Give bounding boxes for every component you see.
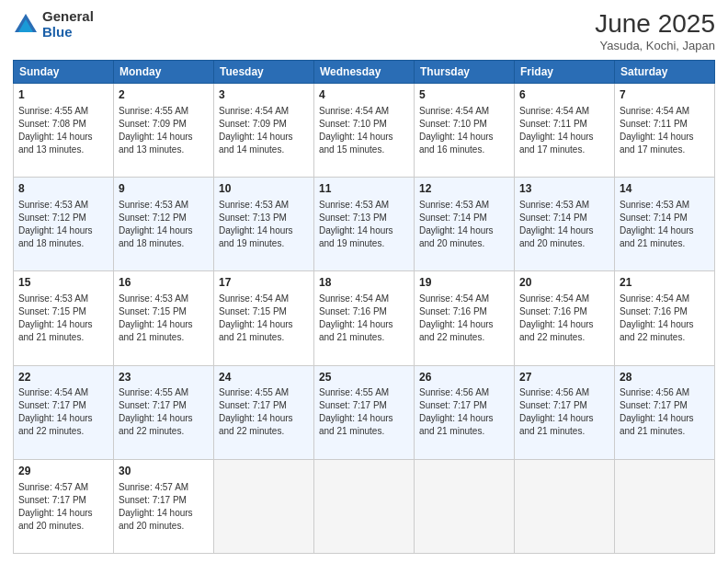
day-number: 5	[419, 87, 509, 103]
day-number: 6	[519, 87, 609, 103]
day-info: Sunrise: 4:54 AM Sunset: 7:16 PM Dayligh…	[319, 293, 409, 344]
day-info: Sunrise: 4:56 AM Sunset: 7:17 PM Dayligh…	[519, 386, 609, 438]
calendar-cell: 4Sunrise: 4:54 AM Sunset: 7:10 PM Daylig…	[314, 84, 415, 178]
calendar-header-friday: Friday	[515, 61, 615, 84]
day-number: 25	[319, 370, 409, 385]
day-number: 16	[119, 275, 209, 291]
title-block: June 2025 Yasuda, Kochi, Japan	[595, 9, 715, 52]
month-title: June 2025	[595, 9, 715, 39]
day-number: 3	[219, 87, 309, 103]
calendar-cell: 26Sunrise: 4:56 AM Sunset: 7:17 PM Dayli…	[415, 365, 515, 459]
calendar-cell: 5Sunrise: 4:54 AM Sunset: 7:10 PM Daylig…	[415, 84, 515, 178]
calendar-cell	[314, 459, 415, 553]
day-info: Sunrise: 4:54 AM Sunset: 7:16 PM Dayligh…	[419, 293, 509, 344]
day-info: Sunrise: 4:55 AM Sunset: 7:09 PM Dayligh…	[119, 105, 209, 156]
day-number: 10	[219, 181, 309, 197]
calendar-cell: 3Sunrise: 4:54 AM Sunset: 7:09 PM Daylig…	[214, 84, 314, 178]
calendar-row-2: 8Sunrise: 4:53 AM Sunset: 7:12 PM Daylig…	[14, 178, 715, 271]
day-number: 13	[519, 181, 609, 197]
day-number: 14	[620, 181, 710, 197]
day-number: 27	[519, 370, 609, 385]
calendar-cell: 14Sunrise: 4:53 AM Sunset: 7:14 PM Dayli…	[615, 178, 715, 271]
day-info: Sunrise: 4:56 AM Sunset: 7:17 PM Dayligh…	[620, 386, 710, 438]
day-number: 30	[119, 464, 209, 479]
day-info: Sunrise: 4:54 AM Sunset: 7:16 PM Dayligh…	[519, 293, 609, 344]
location: Yasuda, Kochi, Japan	[595, 39, 715, 52]
day-info: Sunrise: 4:55 AM Sunset: 7:08 PM Dayligh…	[18, 105, 108, 156]
day-info: Sunrise: 4:55 AM Sunset: 7:17 PM Dayligh…	[219, 386, 309, 438]
day-number: 21	[620, 275, 710, 291]
day-number: 23	[119, 370, 209, 385]
day-number: 7	[620, 87, 710, 103]
calendar-cell: 25Sunrise: 4:55 AM Sunset: 7:17 PM Dayli…	[314, 365, 415, 459]
day-number: 11	[319, 181, 409, 197]
calendar-cell: 20Sunrise: 4:54 AM Sunset: 7:16 PM Dayli…	[515, 271, 615, 365]
calendar-cell: 10Sunrise: 4:53 AM Sunset: 7:13 PM Dayli…	[214, 178, 314, 271]
calendar-cell: 18Sunrise: 4:54 AM Sunset: 7:16 PM Dayli…	[314, 271, 415, 365]
calendar-cell: 12Sunrise: 4:53 AM Sunset: 7:14 PM Dayli…	[415, 178, 515, 271]
calendar-cell: 16Sunrise: 4:53 AM Sunset: 7:15 PM Dayli…	[114, 271, 214, 365]
calendar-cell: 7Sunrise: 4:54 AM Sunset: 7:11 PM Daylig…	[615, 84, 715, 178]
calendar-cell: 1Sunrise: 4:55 AM Sunset: 7:08 PM Daylig…	[14, 84, 114, 178]
calendar-cell: 6Sunrise: 4:54 AM Sunset: 7:11 PM Daylig…	[515, 84, 615, 178]
day-info: Sunrise: 4:53 AM Sunset: 7:13 PM Dayligh…	[319, 199, 409, 250]
day-info: Sunrise: 4:56 AM Sunset: 7:17 PM Dayligh…	[419, 386, 509, 438]
day-info: Sunrise: 4:54 AM Sunset: 7:10 PM Dayligh…	[319, 105, 409, 156]
day-number: 4	[319, 87, 409, 103]
calendar-cell: 29Sunrise: 4:57 AM Sunset: 7:17 PM Dayli…	[14, 459, 114, 553]
day-info: Sunrise: 4:53 AM Sunset: 7:14 PM Dayligh…	[519, 199, 609, 250]
logo: General Blue	[13, 9, 94, 40]
day-number: 1	[18, 87, 108, 103]
logo-general-text: General	[42, 8, 94, 24]
day-info: Sunrise: 4:53 AM Sunset: 7:12 PM Dayligh…	[119, 199, 209, 250]
day-number: 9	[119, 181, 209, 197]
day-info: Sunrise: 4:53 AM Sunset: 7:12 PM Dayligh…	[18, 199, 108, 250]
day-info: Sunrise: 4:57 AM Sunset: 7:17 PM Dayligh…	[119, 481, 209, 533]
day-number: 15	[18, 275, 108, 291]
day-info: Sunrise: 4:53 AM Sunset: 7:13 PM Dayligh…	[219, 199, 309, 250]
day-info: Sunrise: 4:54 AM Sunset: 7:11 PM Dayligh…	[519, 105, 609, 156]
calendar-table: SundayMondayTuesdayWednesdayThursdayFrid…	[13, 60, 715, 554]
day-info: Sunrise: 4:54 AM Sunset: 7:16 PM Dayligh…	[620, 293, 710, 344]
calendar-row-1: 1Sunrise: 4:55 AM Sunset: 7:08 PM Daylig…	[14, 84, 715, 178]
calendar-header-tuesday: Tuesday	[214, 61, 314, 84]
day-info: Sunrise: 4:53 AM Sunset: 7:14 PM Dayligh…	[620, 199, 710, 250]
day-info: Sunrise: 4:53 AM Sunset: 7:15 PM Dayligh…	[119, 293, 209, 344]
day-info: Sunrise: 4:55 AM Sunset: 7:17 PM Dayligh…	[119, 386, 209, 438]
calendar-header-monday: Monday	[114, 61, 214, 84]
day-number: 19	[419, 275, 509, 291]
calendar-header-sunday: Sunday	[14, 61, 114, 84]
calendar-cell: 8Sunrise: 4:53 AM Sunset: 7:12 PM Daylig…	[14, 178, 114, 271]
calendar-row-5: 29Sunrise: 4:57 AM Sunset: 7:17 PM Dayli…	[14, 459, 715, 553]
day-number: 18	[319, 275, 409, 291]
logo-icon	[13, 12, 39, 38]
page: General Blue June 2025 Yasuda, Kochi, Ja…	[0, 0, 728, 563]
day-number: 12	[419, 181, 509, 197]
calendar-cell: 27Sunrise: 4:56 AM Sunset: 7:17 PM Dayli…	[515, 365, 615, 459]
day-info: Sunrise: 4:54 AM Sunset: 7:15 PM Dayligh…	[219, 293, 309, 344]
day-info: Sunrise: 4:57 AM Sunset: 7:17 PM Dayligh…	[18, 481, 108, 533]
day-number: 17	[219, 275, 309, 291]
calendar-header-saturday: Saturday	[615, 61, 715, 84]
day-info: Sunrise: 4:53 AM Sunset: 7:15 PM Dayligh…	[18, 293, 108, 344]
calendar-cell: 23Sunrise: 4:55 AM Sunset: 7:17 PM Dayli…	[114, 365, 214, 459]
calendar-row-3: 15Sunrise: 4:53 AM Sunset: 7:15 PM Dayli…	[14, 271, 715, 365]
calendar-cell: 22Sunrise: 4:54 AM Sunset: 7:17 PM Dayli…	[14, 365, 114, 459]
calendar-cell: 21Sunrise: 4:54 AM Sunset: 7:16 PM Dayli…	[615, 271, 715, 365]
calendar-cell: 30Sunrise: 4:57 AM Sunset: 7:17 PM Dayli…	[114, 459, 214, 553]
calendar-cell: 13Sunrise: 4:53 AM Sunset: 7:14 PM Dayli…	[515, 178, 615, 271]
day-number: 24	[219, 370, 309, 385]
calendar-header-wednesday: Wednesday	[314, 61, 415, 84]
calendar-cell: 17Sunrise: 4:54 AM Sunset: 7:15 PM Dayli…	[214, 271, 314, 365]
day-number: 2	[119, 87, 209, 103]
day-number: 20	[519, 275, 609, 291]
logo-blue-text: Blue	[42, 24, 73, 40]
day-info: Sunrise: 4:54 AM Sunset: 7:17 PM Dayligh…	[18, 386, 108, 438]
calendar-cell: 28Sunrise: 4:56 AM Sunset: 7:17 PM Dayli…	[615, 365, 715, 459]
calendar-header-thursday: Thursday	[415, 61, 515, 84]
day-info: Sunrise: 4:54 AM Sunset: 7:09 PM Dayligh…	[219, 105, 309, 156]
calendar-cell: 2Sunrise: 4:55 AM Sunset: 7:09 PM Daylig…	[114, 84, 214, 178]
day-info: Sunrise: 4:54 AM Sunset: 7:11 PM Dayligh…	[620, 105, 710, 156]
day-number: 22	[18, 370, 108, 385]
calendar-cell: 9Sunrise: 4:53 AM Sunset: 7:12 PM Daylig…	[114, 178, 214, 271]
